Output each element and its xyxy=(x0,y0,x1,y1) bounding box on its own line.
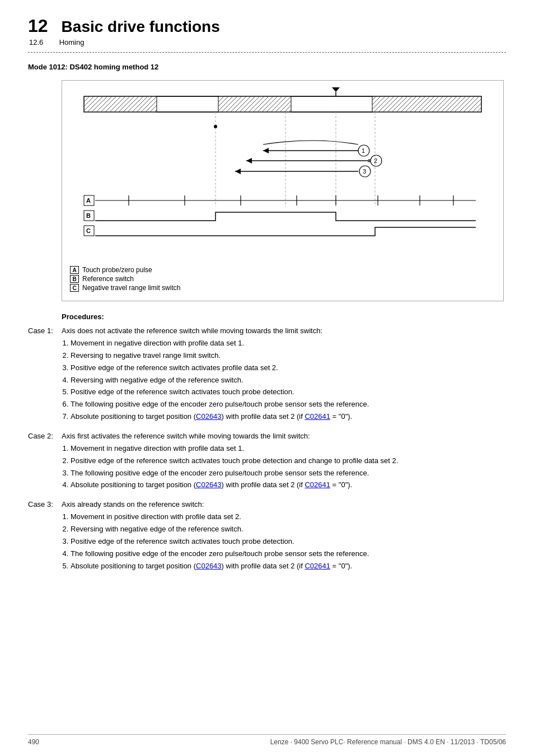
svg-text:3: 3 xyxy=(363,168,366,175)
chapter-title: Basic drive functions xyxy=(62,18,220,36)
case-1-label: Case 1: xyxy=(28,326,62,424)
legend-key-a: A xyxy=(70,266,79,274)
link-c02641-case2[interactable]: C02641 xyxy=(305,480,330,489)
case-3-label: Case 3: xyxy=(28,500,62,573)
svg-marker-15 xyxy=(263,148,269,153)
svg-text:2: 2 xyxy=(374,157,377,164)
svg-marker-7 xyxy=(332,87,340,92)
page-number: 490 xyxy=(28,738,39,746)
svg-text:C: C xyxy=(86,227,91,234)
case-3-content: Axis already stands on the reference swi… xyxy=(62,500,506,573)
case-1-block: Case 1: Axis does not activate the refer… xyxy=(28,326,506,424)
publisher-info: Lenze · 9400 Servo PLC· Reference manual… xyxy=(270,738,506,746)
legend-key-b: B xyxy=(70,275,79,283)
svg-rect-4 xyxy=(291,97,372,111)
diagram-container: 1 2 3 A xyxy=(62,80,504,301)
svg-marker-19 xyxy=(246,158,252,164)
case-2-block: Case 2: Axis first activates the referen… xyxy=(28,432,506,492)
link-c02643-case3[interactable]: C02643 xyxy=(196,562,222,570)
case-3-intro: Axis already stands on the reference swi… xyxy=(62,500,506,508)
case-3-steps: Movement in positive direction with prof… xyxy=(71,512,506,571)
legend-item-a: A Touch probe/zero pulse xyxy=(70,266,495,274)
legend-item-c: C Negative travel range limit switch xyxy=(70,284,495,292)
link-c02641-case1[interactable]: C02641 xyxy=(305,412,330,421)
link-c02643-case2[interactable]: C02643 xyxy=(196,480,222,489)
svg-rect-3 xyxy=(157,97,218,111)
case-3-block: Case 3: Axis already stands on the refer… xyxy=(28,500,506,573)
step-item: The following positive edge of the encod… xyxy=(71,468,506,479)
divider xyxy=(28,52,506,53)
step-item: Absolute positioning to target position … xyxy=(71,561,506,572)
svg-text:B: B xyxy=(86,212,91,219)
case-2-steps: Movement in negative direction with prof… xyxy=(71,444,506,491)
case-2-content: Axis first activates the reference switc… xyxy=(62,432,506,492)
legend-label-b: Reference switch xyxy=(82,275,134,283)
svg-point-13 xyxy=(214,125,217,128)
legend: A Touch probe/zero pulse B Reference swi… xyxy=(70,266,495,292)
procedures-title: Procedures: xyxy=(62,312,506,321)
step-item: Absolute positioning to target position … xyxy=(71,480,506,491)
page-footer: 490 Lenze · 9400 Servo PLC· Reference ma… xyxy=(28,734,506,746)
link-c02643-case1[interactable]: C02643 xyxy=(196,412,222,421)
mode-label: Mode 1012: DS402 homing method 12 xyxy=(28,63,506,71)
section-line: 12.6 Homing xyxy=(28,38,506,46)
step-item: Positive edge of the reference switch ac… xyxy=(71,363,506,374)
section-number: 12.6 xyxy=(29,38,57,46)
svg-marker-24 xyxy=(235,169,241,174)
step-item: Reversing with negative edge of the refe… xyxy=(71,375,506,386)
step-item: Absolute positioning to target position … xyxy=(71,412,506,422)
step-item: The following positive edge of the encod… xyxy=(71,399,506,410)
svg-rect-2 xyxy=(85,97,481,111)
step-item: Movement in negative direction with prof… xyxy=(71,444,506,454)
svg-point-22 xyxy=(368,159,371,162)
case-2-label: Case 2: xyxy=(28,432,62,492)
step-item: Movement in positive direction with prof… xyxy=(71,512,506,522)
case-1-intro: Axis does not activate the reference swi… xyxy=(62,326,506,335)
chapter-number: 12 xyxy=(28,17,48,35)
svg-text:1: 1 xyxy=(362,147,365,154)
section-title: Homing xyxy=(59,38,85,46)
legend-label-a: Touch probe/zero pulse xyxy=(82,266,152,274)
chapter-header: 12 Basic drive functions xyxy=(28,17,506,36)
step-item: Reversing to negative travel range limit… xyxy=(71,351,506,361)
step-item: Positive edge of the reference switch ac… xyxy=(71,456,506,466)
legend-label-c: Negative travel range limit switch xyxy=(82,284,180,292)
step-item: The following positive edge of the encod… xyxy=(71,549,506,559)
step-item: Movement in negative direction with prof… xyxy=(71,338,506,349)
case-2-intro: Axis first activates the reference switc… xyxy=(62,432,506,440)
page: 12 Basic drive functions 12.6 Homing Mod… xyxy=(0,0,534,756)
diagram-svg: 1 2 3 A xyxy=(70,86,495,260)
legend-item-b: B Reference switch xyxy=(70,275,495,283)
legend-key-c: C xyxy=(70,284,79,292)
case-1-steps: Movement in negative direction with prof… xyxy=(71,338,506,422)
step-item: Reversing with negative edge of the refe… xyxy=(71,524,506,535)
case-1-content: Axis does not activate the reference swi… xyxy=(62,326,506,424)
svg-text:A: A xyxy=(86,197,91,204)
link-c02641-case3[interactable]: C02641 xyxy=(305,562,330,570)
step-item: Positive edge of the reference switch ac… xyxy=(71,387,506,398)
step-item: Positive edge of the reference switch ac… xyxy=(71,536,506,547)
